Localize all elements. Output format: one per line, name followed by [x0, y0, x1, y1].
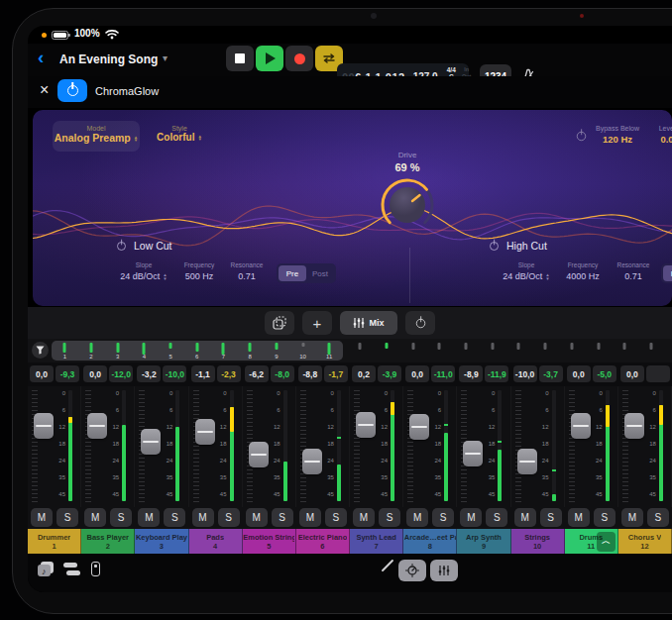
solo-button[interactable]: S: [56, 508, 78, 527]
back-button[interactable]: ‹: [38, 47, 44, 68]
solo-button[interactable]: S: [164, 508, 185, 527]
overview-track[interactable]: 5: [158, 341, 184, 361]
fader-view-button[interactable]: [91, 561, 100, 576]
loop-browser-button[interactable]: ♪: [36, 561, 56, 582]
overview-track[interactable]: [453, 341, 480, 361]
pre-button[interactable]: Pre: [279, 265, 306, 281]
overview-track[interactable]: [374, 341, 400, 361]
fader-handle[interactable]: [87, 413, 107, 439]
overview-track[interactable]: 3: [104, 341, 131, 361]
fader-handle[interactable]: [571, 413, 591, 439]
mute-button[interactable]: M: [460, 508, 482, 527]
overview-track[interactable]: [399, 341, 426, 361]
track-name-cell[interactable]: Bass Player2: [81, 529, 135, 554]
overview-track[interactable]: 9: [264, 341, 290, 361]
overview-track[interactable]: 11: [316, 341, 343, 361]
mix-button[interactable]: Mix: [340, 311, 397, 335]
pencil-icon[interactable]: [382, 560, 394, 572]
overview-track[interactable]: 1: [52, 341, 78, 361]
post-button[interactable]: Post: [306, 265, 334, 281]
overview-track[interactable]: [505, 341, 532, 361]
high-cut-resonance[interactable]: Resonance 0.71: [612, 261, 655, 281]
style-selector[interactable]: Style Colorful▲▼: [150, 125, 209, 143]
mute-button[interactable]: M: [246, 508, 268, 527]
overview-track[interactable]: [612, 341, 638, 361]
mute-button[interactable]: M: [31, 508, 53, 527]
track-name-cell[interactable]: Arp Synth9: [457, 529, 510, 554]
overview-track[interactable]: 7: [210, 341, 237, 361]
fader-handle[interactable]: [517, 449, 537, 474]
fader-handle[interactable]: [34, 413, 54, 439]
stop-button[interactable]: [226, 46, 254, 71]
record-button[interactable]: [285, 46, 313, 71]
plugins-button[interactable]: [63, 561, 80, 575]
filter-button[interactable]: [32, 342, 49, 359]
drive-knob[interactable]: [375, 172, 440, 238]
overview-track[interactable]: [585, 341, 612, 361]
solo-button[interactable]: S: [110, 508, 132, 527]
plugin-power-button[interactable]: [57, 79, 87, 102]
solo-button[interactable]: S: [540, 508, 562, 527]
fader-handle[interactable]: [409, 414, 429, 440]
solo-button[interactable]: S: [486, 508, 507, 527]
overview-track[interactable]: [638, 341, 665, 361]
overview-track[interactable]: [532, 341, 559, 361]
overview-window[interactable]: 1234567891011: [52, 341, 343, 361]
close-icon[interactable]: ×: [40, 81, 49, 99]
solo-button[interactable]: S: [647, 508, 669, 527]
high-cut-power-icon[interactable]: [490, 242, 499, 251]
track-name-cell[interactable]: Arcade…eet Pad8: [403, 529, 457, 554]
collapse-chevron-button[interactable]: ︿: [597, 532, 616, 552]
song-title[interactable]: An Evening Song: [59, 52, 158, 66]
level-control[interactable]: Level 0.0: [643, 125, 672, 145]
bypass-power-icon[interactable]: [577, 132, 586, 141]
solo-button[interactable]: S: [594, 508, 616, 527]
low-cut-frequency[interactable]: Frequency 500 Hz: [175, 261, 223, 281]
overview-offscreen-tracks[interactable]: [347, 341, 672, 361]
track-name-cell[interactable]: Keyboard Player3: [135, 529, 188, 554]
track-name-cell[interactable]: Emotion Strings5: [243, 529, 296, 554]
overview-track[interactable]: 6: [183, 341, 210, 361]
high-cut-frequency[interactable]: Frequency 4000 Hz: [558, 261, 608, 281]
track-name-cell[interactable]: Strings10: [511, 529, 565, 554]
play-button[interactable]: [256, 46, 283, 71]
overview-track[interactable]: [559, 341, 586, 361]
low-cut-resonance[interactable]: Resonance 0.71: [225, 261, 269, 281]
mute-button[interactable]: M: [406, 508, 428, 527]
mute-button[interactable]: M: [353, 508, 375, 527]
controls-view-button[interactable]: [398, 560, 426, 581]
solo-button[interactable]: S: [432, 508, 454, 527]
track-name-cell[interactable]: Synth Lead7: [350, 529, 403, 554]
fader-handle[interactable]: [249, 442, 269, 467]
solo-button[interactable]: S: [218, 508, 240, 527]
track-name-cell[interactable]: Electric Piano6: [296, 529, 350, 554]
mute-button[interactable]: M: [84, 508, 106, 527]
overview-track[interactable]: 2: [78, 341, 105, 361]
solo-button[interactable]: S: [325, 508, 347, 527]
solo-button[interactable]: S: [379, 508, 400, 527]
mute-button[interactable]: M: [192, 508, 214, 527]
track-name-cell[interactable]: Pads4: [189, 529, 243, 554]
fader-handle[interactable]: [195, 419, 215, 445]
overview-track[interactable]: 4: [131, 341, 158, 361]
overview-track[interactable]: [426, 341, 453, 361]
track-name-cell[interactable]: Chorus V12: [618, 529, 672, 554]
pre-button[interactable]: Pre: [663, 265, 672, 281]
fader-handle[interactable]: [463, 441, 483, 466]
model-selector[interactable]: Model Analog Preamp▲▼: [53, 121, 140, 152]
fader-handle[interactable]: [302, 449, 322, 474]
track-name-cell[interactable]: Drums11︿: [565, 529, 618, 554]
solo-button[interactable]: S: [272, 508, 293, 527]
mute-button[interactable]: M: [621, 508, 643, 527]
mixer-power-button[interactable]: [405, 311, 435, 335]
mute-button[interactable]: M: [299, 508, 321, 527]
bypass-below-control[interactable]: Bypass Below 120 Hz: [590, 125, 645, 145]
low-cut-power-icon[interactable]: [117, 242, 126, 251]
fader-handle[interactable]: [356, 412, 376, 438]
low-cut-slope[interactable]: Slope 24 dB/Oct▲▼: [120, 261, 168, 281]
track-name-cell[interactable]: Drummer1: [28, 529, 81, 554]
mute-button[interactable]: M: [568, 508, 590, 527]
fader-handle[interactable]: [141, 429, 161, 455]
mute-button[interactable]: M: [514, 508, 536, 527]
mixer-view-button[interactable]: [430, 560, 458, 581]
